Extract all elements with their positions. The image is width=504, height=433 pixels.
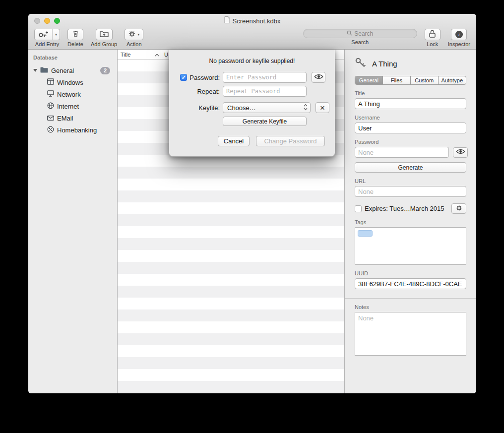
notes-textarea[interactable]: None	[355, 312, 466, 356]
info-icon: i	[455, 31, 463, 38]
sidebar-group-general[interactable]: General 2	[28, 64, 117, 76]
search-placeholder: Search	[354, 30, 373, 37]
tags-label: Tags	[355, 219, 466, 225]
uuid-label: UUID	[355, 270, 466, 276]
tab-general[interactable]: General	[355, 76, 383, 84]
sheet-message: No password or keyfile supplied!	[169, 58, 335, 64]
envelope-icon	[47, 115, 54, 122]
delete-toolbar-item: Delete	[67, 29, 83, 47]
search-label: Search	[351, 39, 369, 45]
notes-label: Notes	[355, 304, 466, 310]
password-field-group: Password	[355, 139, 466, 158]
username-field-group: Username	[355, 115, 466, 133]
column-username-label: U	[164, 52, 168, 58]
sort-ascending-icon	[155, 52, 159, 58]
add-group-button[interactable]	[96, 29, 113, 40]
sidebar-item-network[interactable]: Network	[28, 88, 117, 100]
add-entry-toolbar-item: ▾ Add Entry	[34, 29, 60, 47]
username-field-label: Username	[355, 115, 466, 121]
clear-keyfile-button[interactable]: ×	[315, 102, 329, 113]
tab-autotype[interactable]: Autotype	[439, 76, 466, 84]
password-row: ✓ Password:	[169, 72, 335, 83]
password-field-label: Password	[355, 139, 466, 145]
generate-password-button[interactable]: Generate	[355, 162, 466, 173]
toolbar: ▾ Add Entry Delete	[28, 28, 476, 50]
disclosure-triangle-icon[interactable]	[33, 69, 37, 72]
clear-x-icon: ×	[320, 104, 325, 112]
search-toolbar-item: Search Search	[303, 29, 417, 45]
lock-icon	[429, 30, 436, 40]
password-checkbox[interactable]: ✓	[180, 74, 187, 81]
gear-icon	[456, 205, 462, 213]
url-field[interactable]	[355, 186, 466, 197]
tags-group: Tags	[355, 219, 466, 265]
tag-chip[interactable]	[358, 230, 373, 237]
change-password-sheet: No password or keyfile supplied! ✓ Passw…	[169, 50, 335, 157]
password-field[interactable]	[355, 147, 449, 158]
title-area: Screenshot.kdbx	[28, 14, 476, 28]
trash-icon	[72, 30, 79, 39]
inspector-divider	[345, 298, 476, 299]
entry-title: A Thing	[372, 60, 397, 68]
generate-keyfile-button[interactable]: Generate Keyfile	[223, 117, 307, 126]
keyfile-popup-button[interactable]: Choose…	[223, 102, 311, 113]
delete-button[interactable]	[67, 29, 83, 40]
titlebar[interactable]: Screenshot.kdbx	[28, 14, 476, 28]
search-icon	[347, 30, 352, 37]
column-header-username[interactable]: U	[161, 50, 168, 59]
sidebar-item-internet[interactable]: Internet	[28, 100, 117, 112]
lock-label: Lock	[427, 41, 438, 47]
delete-label: Delete	[67, 41, 83, 47]
add-entry-button[interactable]: ▾	[34, 29, 60, 40]
sidebar-item-label: EMail	[57, 115, 73, 122]
folder-icon	[40, 67, 48, 74]
eye-icon	[314, 73, 323, 82]
expires-settings-button[interactable]	[451, 203, 466, 214]
username-field[interactable]	[355, 123, 466, 133]
sidebar-item-email[interactable]: EMail	[28, 112, 117, 124]
window-title: Screenshot.kdbx	[233, 17, 281, 25]
add-entry-menu-arrow-icon[interactable]: ▾	[52, 29, 60, 40]
expires-checkbox[interactable]	[355, 205, 362, 212]
tab-files[interactable]: Files	[383, 76, 411, 84]
tags-box[interactable]	[355, 227, 466, 265]
percent-coin-icon	[47, 126, 54, 134]
sidebar-item-homebanking[interactable]: Homebanking	[28, 124, 117, 136]
sidebar-section-header: Database	[28, 54, 117, 64]
cancel-button[interactable]: Cancel	[218, 136, 250, 146]
search-input[interactable]: Search	[303, 29, 417, 38]
inspector-toolbar-item: i Inspector	[448, 29, 470, 47]
repeat-password-input[interactable]	[223, 86, 307, 97]
expires-label: Expires: Tues…March 2015	[365, 205, 444, 212]
url-field-label: URL	[355, 178, 466, 184]
reveal-password-button[interactable]	[453, 147, 468, 158]
sidebar-item-label: Homebanking	[57, 126, 97, 134]
reveal-password-button[interactable]	[312, 72, 325, 83]
notes-placeholder: None	[358, 314, 374, 322]
notes-group: Notes None	[355, 304, 466, 356]
windows-icon	[47, 78, 54, 86]
sidebar: Database General 2 Windows	[28, 50, 118, 393]
uuid-field[interactable]	[355, 278, 466, 289]
globe-icon	[47, 102, 54, 111]
url-field-group: URL	[355, 178, 466, 197]
action-button[interactable]: ▾	[125, 29, 143, 40]
window-chrome: Screenshot.kdbx ▾ Add Entry	[28, 14, 476, 50]
enter-password-input[interactable]	[223, 72, 307, 83]
expires-row: Expires: Tues…March 2015	[355, 203, 466, 214]
lock-button[interactable]	[425, 29, 441, 40]
sidebar-item-windows[interactable]: Windows	[28, 76, 117, 88]
change-password-button[interactable]: Change Password	[256, 136, 325, 146]
lock-toolbar-item: Lock	[425, 29, 441, 47]
sidebar-item-label: Windows	[57, 79, 83, 86]
document-proxy-icon	[224, 16, 230, 25]
column-header-title[interactable]: Title	[118, 50, 161, 59]
inspector-button[interactable]: i	[451, 29, 467, 40]
group-count-badge: 2	[100, 67, 110, 74]
monitor-icon	[47, 90, 54, 98]
sidebar-item-label: Network	[57, 91, 81, 98]
tab-custom[interactable]: Custom	[411, 76, 439, 84]
title-field-group: Title	[355, 90, 466, 109]
window-content: Database General 2 Windows	[28, 50, 476, 393]
title-field[interactable]	[355, 98, 466, 109]
